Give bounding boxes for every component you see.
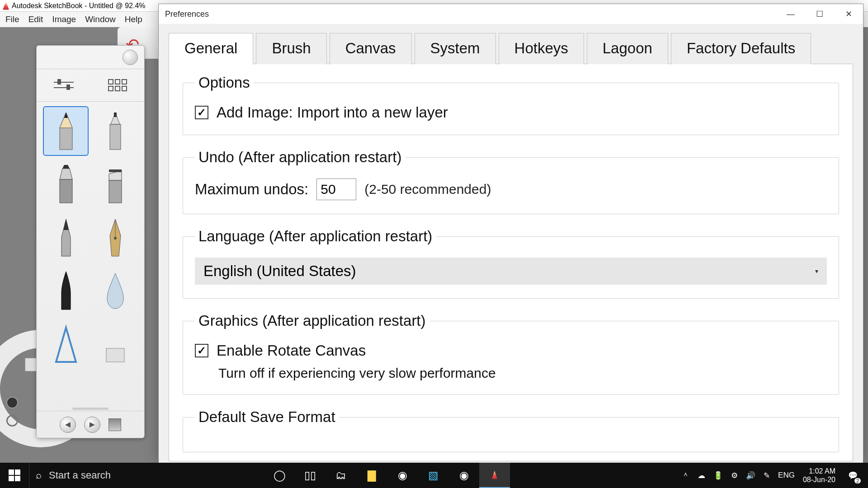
preferences-titlebar[interactable]: Preferences — ☐ ✕ [159,4,863,24]
taskbar-photos-icon[interactable]: ▧ [418,463,448,488]
brush-grid [37,102,144,407]
tab-factory-defaults[interactable]: Factory Defaults [671,33,811,64]
search-icon: ⌕ [36,469,42,481]
minimize-button[interactable]: — [776,4,805,24]
tray-date: 08-Jun-20 [803,475,835,484]
svg-rect-11 [109,169,122,172]
menu-image[interactable]: Image [48,14,80,25]
taskbar-taskview-icon[interactable]: ▯▯ [295,463,326,488]
select-language[interactable]: English (United States) ▾ [195,258,827,285]
brush-flat-wash[interactable] [92,319,138,369]
tray-notifications-icon[interactable]: 💬2 [844,466,862,484]
taskbar-chrome2-icon[interactable]: ◉ [448,463,479,488]
tab-lagoon[interactable]: Lagoon [587,33,668,64]
brush-chisel-marker[interactable] [43,160,89,209]
preferences-title: Preferences [165,9,209,19]
svg-rect-6 [60,179,72,203]
taskbar-search-placeholder: Start a search [49,469,111,481]
brush-preview-swatch[interactable] [123,50,138,65]
tab-brush[interactable]: Brush [256,33,326,64]
svg-point-15 [114,237,117,239]
svg-rect-17 [106,348,124,362]
maximize-button[interactable]: ☐ [805,4,834,24]
select-language-value: English (United States) [203,263,356,280]
label-enable-rotate-canvas: Enable Rotate Canvas [217,342,366,359]
brush-ink-drop[interactable] [92,266,138,316]
brush-flat-chisel[interactable] [92,160,138,209]
group-undo-legend: Undo (After application restart) [195,149,405,166]
brush-panel-resize-handle[interactable] [37,407,144,411]
brush-library-icon[interactable] [108,79,127,91]
brush-technical-pen[interactable] [92,106,138,156]
menu-help[interactable]: Help [121,14,146,25]
tray-notif-badge: 2 [854,478,861,483]
group-default-save-format-legend: Default Save Format [195,408,339,426]
taskbar-chrome-icon[interactable]: ◉ [387,463,418,488]
tab-canvas[interactable]: Canvas [330,33,412,64]
checkbox-add-image-new-layer[interactable] [195,106,208,119]
checkbox-enable-rotate-canvas[interactable] [195,344,208,357]
group-graphics-legend: Graphics (After application restart) [195,312,429,329]
tray-language[interactable]: ENG [778,471,795,480]
brush-prev-button[interactable]: ◄ [60,417,76,433]
taskbar-sketchbook-icon[interactable] [479,463,510,488]
taskbar-cortana-icon[interactable]: ◯ [264,463,295,488]
group-language-legend: Language (After application restart) [195,228,436,245]
tab-general[interactable]: General [169,33,253,64]
group-options-legend: Options [195,74,254,91]
tab-hotkeys[interactable]: Hotkeys [499,33,584,64]
close-button[interactable]: ✕ [834,4,863,24]
tray-onedrive-icon[interactable]: ☁ [698,471,705,480]
group-graphics: Graphics (After application restart) Ena… [183,312,839,395]
menu-edit[interactable]: Edit [25,14,47,25]
taskbar-apps: ◯ ▯▯ 🗂 ▇ ◉ ▧ ◉ [264,463,510,488]
brush-view-toggle[interactable] [108,418,121,431]
svg-marker-16 [56,328,76,362]
brush-palette-header [37,46,144,69]
menu-file[interactable]: File [2,14,23,25]
group-options: Options Add Image: Import into a new lay… [183,74,839,135]
svg-marker-7 [60,169,72,179]
brush-next-button[interactable]: ► [84,417,100,433]
windows-taskbar: ⌕ Start a search ◯ ▯▯ 🗂 ▇ ◉ ▧ ◉ ＾ ☁ 🔋 ⚙ … [0,463,868,488]
lagoon-color-swatch[interactable] [6,397,18,408]
brush-soft-triangle[interactable] [43,319,89,369]
svg-marker-13 [63,219,69,230]
taskbar-explorer-icon[interactable]: 🗂 [326,463,356,488]
input-max-undos[interactable] [316,178,356,200]
chevron-down-icon: ▾ [815,267,818,275]
app-title: Autodesk SketchBook - Untitled @ 92.4% [12,2,146,10]
preferences-tabs: General Brush Canvas System Hotkeys Lago… [169,33,853,64]
hint-max-undos: (2-50 recommended) [364,182,491,197]
label-max-undos: Maximum undos: [195,181,308,198]
tray-clock[interactable]: 1:02 AM 08-Jun-20 [803,467,835,484]
brush-properties-icon[interactable] [54,79,74,92]
taskbar-notes-icon[interactable]: ▇ [356,463,387,488]
tab-system[interactable]: System [415,33,496,64]
menu-window[interactable]: Window [81,14,119,25]
taskbar-search[interactable]: ⌕ Start a search [29,463,264,488]
brush-palette-panel: ◄ ► [36,45,145,438]
svg-rect-3 [110,124,121,150]
tray-volume-icon[interactable]: 🔊 [746,471,755,480]
brush-nib-pen[interactable] [92,213,138,263]
brush-ballpoint[interactable] [43,213,89,263]
brush-panel-footer: ◄ ► [37,411,144,438]
tray-wifi-icon[interactable]: ⚙ [731,471,738,480]
preferences-body: General Brush Canvas System Hotkeys Lago… [159,24,863,470]
brush-brush-tip[interactable] [43,266,89,316]
svg-rect-9 [109,180,122,203]
tray-battery-icon[interactable]: 🔋 [713,471,723,480]
brush-palette-controls [37,69,144,102]
group-default-save-format: Default Save Format [183,408,839,452]
tray-pen-icon[interactable]: ✎ [764,471,770,480]
brush-pencil[interactable] [43,106,89,156]
tray-chevron-icon[interactable]: ＾ [682,470,689,481]
lagoon-empty-swatch[interactable] [6,415,18,427]
svg-rect-5 [114,113,117,117]
label-add-image-new-layer: Add Image: Import into a new layer [217,104,448,121]
windows-logo-icon [9,469,20,481]
start-button[interactable] [0,463,29,488]
system-tray: ＾ ☁ 🔋 ⚙ 🔊 ✎ ENG 1:02 AM 08-Jun-20 💬2 [682,466,868,484]
tray-time: 1:02 AM [809,467,835,475]
